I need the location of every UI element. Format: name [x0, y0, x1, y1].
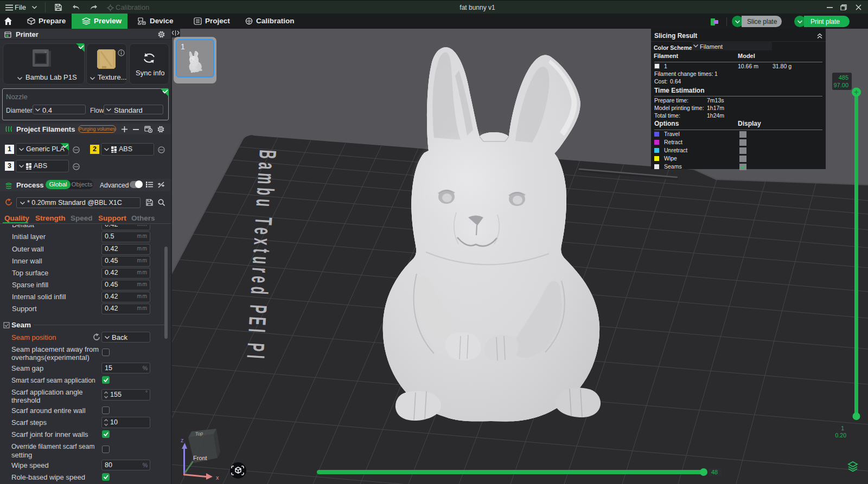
svg-text:Top: Top	[195, 431, 203, 437]
svg-text:97.00: 97.00	[833, 82, 848, 88]
svg-text:z: z	[181, 437, 184, 443]
svg-text:0.20: 0.20	[835, 432, 847, 438]
svg-text:1: 1	[841, 425, 844, 431]
svg-text:x: x	[216, 474, 219, 481]
svg-text:48: 48	[711, 469, 718, 475]
svg-text:485: 485	[839, 74, 848, 81]
svg-text:Front: Front	[193, 455, 207, 461]
